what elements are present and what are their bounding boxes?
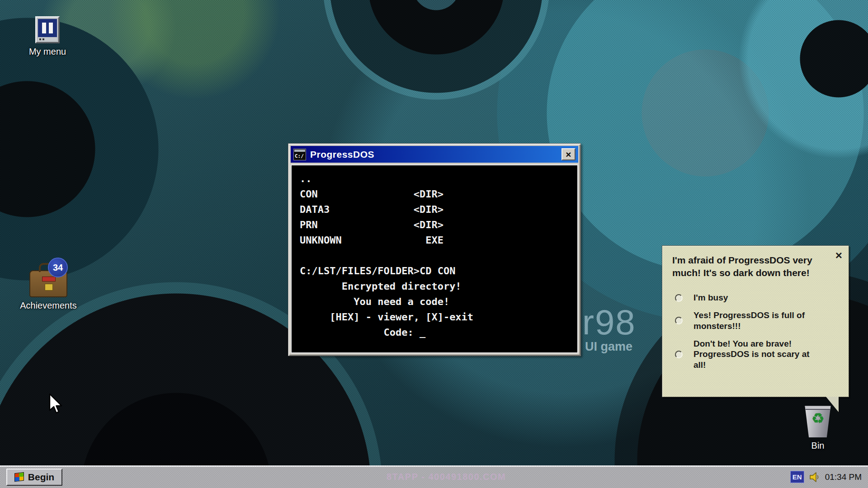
option-row[interactable]: Don't be! You are brave! ProgressDOS is … [675, 338, 839, 371]
option-label[interactable]: Yes! ProgressDOS is full of monsters!!! [693, 310, 815, 332]
option-label[interactable]: Don't be! You are brave! ProgressDOS is … [693, 338, 815, 371]
bubble-options: I'm busy Yes! ProgressDOS is full of mon… [675, 292, 839, 371]
taskbar-clock: 01:34 PM [825, 472, 862, 482]
my-menu-icon [35, 16, 60, 43]
watermark-text: 8TAPP - 400491800.COM [387, 472, 506, 482]
dos-console[interactable]: .. CON <DIR> DATA3 <DIR> PRN <DIR> UNKNO… [291, 164, 578, 353]
console-line: [HEX] - viewer, [X]-exit [300, 310, 569, 325]
console-line: You need a code! [300, 294, 569, 310]
console-line: Encrypted directory! [300, 279, 569, 294]
close-icon[interactable]: × [835, 249, 842, 261]
begin-button-label: Begin [28, 472, 54, 483]
close-icon[interactable]: × [561, 148, 576, 160]
radio-icon[interactable] [675, 294, 683, 302]
wallpaper-text-small: UI game [585, 340, 632, 354]
icon-label: My menu [23, 47, 72, 57]
console-line: CON <DIR> [300, 187, 569, 202]
icon-label: Bin [793, 441, 843, 451]
desktop-icon-achievements[interactable]: 34 Achievements [14, 258, 82, 311]
progressdos-window: C:/ ProgressDOS × .. CON <DIR> DATA3 <DI… [288, 143, 581, 356]
console-line: UNKNOWN EXE [300, 233, 569, 248]
desktop-icon-my-menu[interactable]: My menu [23, 16, 72, 57]
window-titlebar[interactable]: C:/ ProgressDOS × [291, 146, 578, 163]
option-row[interactable]: Yes! ProgressDOS is full of monsters!!! [675, 310, 839, 332]
ms-dos-icon: C:/ [293, 149, 306, 160]
language-indicator[interactable]: EN [790, 471, 804, 483]
console-line: PRN <DIR> [300, 217, 569, 233]
system-tray: EN 01:34 PM [790, 471, 862, 483]
console-line: C:/LST/FILES/FOLDER>CD CON [300, 263, 569, 279]
bubble-message: I'm afraid of ProgressDOS very much! It'… [672, 254, 821, 279]
icon-label: Achievements [14, 300, 82, 311]
achievements-count-badge: 34 [48, 258, 68, 277]
option-label[interactable]: I'm busy [693, 292, 728, 303]
taskbar: Begin 8TAPP - 400491800.COM EN 01:34 PM [0, 465, 868, 488]
speech-bubble: × I'm afraid of ProgressDOS very much! I… [662, 245, 849, 397]
console-line: DATA3 <DIR> [300, 202, 569, 217]
console-line: .. [300, 171, 569, 187]
console-line [300, 248, 569, 263]
speaker-icon[interactable] [809, 472, 820, 482]
flag-icon [14, 472, 24, 482]
window-title: ProgressDOS [310, 149, 557, 160]
desktop: r98 UI game My menu 34 Achievements ♻ Bi… [0, 0, 868, 488]
option-row[interactable]: I'm busy [675, 292, 839, 303]
bubble-tail [826, 397, 839, 412]
wallpaper-text-big: r98 [582, 302, 636, 343]
begin-button[interactable]: Begin [6, 469, 62, 486]
console-line: Code: _ [300, 325, 569, 340]
radio-icon[interactable] [675, 351, 683, 358]
radio-icon[interactable] [675, 317, 683, 324]
